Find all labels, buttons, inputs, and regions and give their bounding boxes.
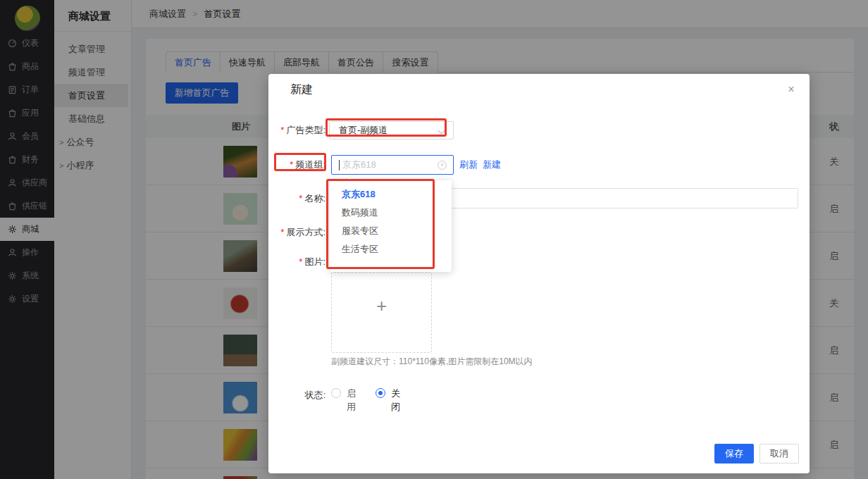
ad-type-label: *广告类型: — [268, 124, 326, 137]
image-label: *图片: — [268, 256, 326, 268]
upload-hint: 副频道建议尺寸：110*110像素,图片需限制在10M以内 — [331, 356, 533, 368]
dropdown-option-digital[interactable]: 数码频道 — [330, 204, 452, 222]
close-icon[interactable]: × — [784, 82, 798, 97]
required-mark: * — [299, 256, 302, 267]
field-label: 频道组: — [295, 159, 326, 170]
page: 仪表 商品 订单 应用 会员 财务 — [0, 0, 868, 479]
text-caret — [339, 160, 340, 170]
required-mark: * — [299, 193, 302, 204]
new-channel-link[interactable]: 新建 — [483, 155, 501, 175]
channel-group-placeholder: 京东618 — [342, 159, 376, 170]
required-mark: * — [290, 159, 293, 170]
channel-group-dropdown: 京东618 数码频道 服装专区 生活专区 — [330, 180, 452, 272]
radio-enable[interactable] — [331, 388, 341, 398]
field-label: 图片: — [304, 256, 326, 267]
radio-disable-label[interactable]: 关闭 — [391, 387, 400, 413]
channel-group-input[interactable]: 京东618 × — [331, 155, 454, 175]
field-label: 广告类型: — [286, 125, 326, 135]
display-mode-label: *展示方式: — [268, 226, 326, 239]
status-label: 状态: — [268, 389, 326, 402]
field-label: 展示方式: — [286, 227, 326, 237]
save-button[interactable]: 保存 — [714, 444, 754, 464]
plus-icon: + — [332, 295, 431, 317]
refresh-link[interactable]: 刷新 — [459, 155, 478, 175]
channel-group-label: *频道组: — [268, 158, 326, 171]
field-label: 名称: — [304, 193, 326, 204]
required-mark: * — [280, 227, 284, 237]
dropdown-option-clothing[interactable]: 服装专区 — [330, 222, 452, 240]
cancel-button[interactable]: 取消 — [760, 444, 799, 464]
field-label: 状态: — [304, 390, 326, 400]
name-label: *名称: — [268, 192, 326, 205]
ad-type-select[interactable]: 首页-副频道 — [329, 121, 454, 139]
required-mark: * — [280, 125, 284, 135]
ad-type-value: 首页-副频道 — [339, 125, 388, 135]
dropdown-option-lifestyle[interactable]: 生活专区 — [330, 240, 452, 259]
radio-enable-label[interactable]: 启用 — [347, 387, 356, 413]
new-ad-modal: 新建 × *广告类型: 首页-副频道 *频道组: 京东618 × 刷新 新建 *… — [268, 74, 810, 473]
modal-title: 新建 — [290, 82, 313, 97]
radio-disable[interactable] — [376, 388, 385, 398]
dropdown-option-jd618[interactable]: 京东618 — [330, 185, 452, 204]
chevron-down-icon — [438, 127, 445, 135]
image-upload-dropzone[interactable]: + — [331, 272, 432, 353]
clear-icon[interactable]: × — [438, 161, 447, 170]
